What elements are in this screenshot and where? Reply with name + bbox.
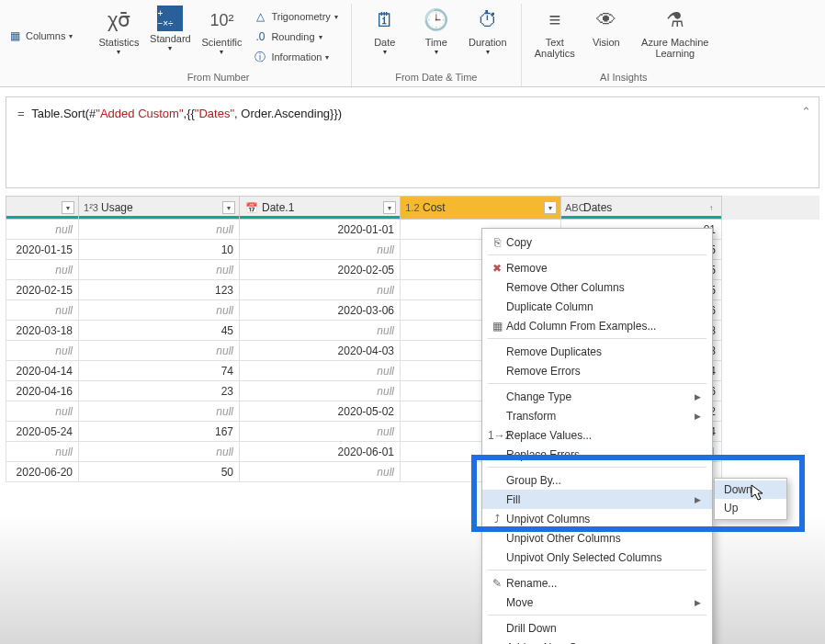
- ctx-unpivot-selected-columns[interactable]: Unpivot Only Selected Columns: [482, 548, 712, 567]
- column-header-date1[interactable]: 📅 Date.1 ▾: [240, 196, 401, 220]
- standard-button[interactable]: +−×÷ Standard ▾: [146, 4, 194, 68]
- table-cell[interactable]: 2020-03-06: [240, 300, 401, 321]
- chevron-right-icon: ▶: [695, 598, 701, 607]
- table-cell[interactable]: 2020-06-20: [6, 462, 79, 482]
- ctx-drill-down[interactable]: Drill Down: [482, 618, 712, 638]
- table-cell[interactable]: null: [240, 381, 401, 401]
- filter-icon[interactable]: ▾: [222, 201, 235, 214]
- table-cell[interactable]: null: [79, 401, 240, 422]
- chevron-right-icon: ▶: [695, 495, 701, 504]
- table-cell[interactable]: 2020-04-03: [240, 341, 401, 361]
- rename-icon: ✎: [488, 577, 506, 590]
- table-cell[interactable]: 2020-02-05: [240, 260, 401, 280]
- table-cell[interactable]: 2020-03-18: [6, 321, 79, 341]
- vision-button[interactable]: 👁Vision: [582, 4, 630, 68]
- ctx-replace-errors[interactable]: Replace Errors...: [482, 445, 712, 464]
- table-cell[interactable]: 2020-04-14: [6, 361, 79, 381]
- fill-down[interactable]: Down: [715, 480, 786, 499]
- table-cell[interactable]: null: [79, 260, 240, 280]
- table-cell[interactable]: null: [240, 240, 401, 260]
- table-cell[interactable]: null: [6, 341, 79, 361]
- time-button[interactable]: 🕒Time▾: [412, 4, 460, 68]
- table-cell[interactable]: null: [240, 422, 401, 442]
- ctx-copy[interactable]: ⎘Copy: [482, 232, 712, 252]
- sort-asc-icon[interactable]: ↑: [705, 201, 718, 214]
- table-cell[interactable]: 2020-04-16: [6, 381, 79, 401]
- date-button[interactable]: 🗓Date▾: [361, 4, 409, 68]
- formula-bar[interactable]: = Table.Sort(#"Added Custom",{{"Dates", …: [6, 96, 819, 188]
- ctx-duplicate-column[interactable]: Duplicate Column: [482, 297, 712, 316]
- fill-up[interactable]: Up: [715, 499, 786, 517]
- column-header-dates[interactable]: ABC Dates ↑: [561, 196, 722, 220]
- chevron-right-icon: ▶: [695, 412, 701, 421]
- decimal-type-icon: 1.2: [404, 202, 421, 213]
- table-cell[interactable]: 2020-06-01: [240, 442, 401, 462]
- scientific-button[interactable]: 10² Scientific ▾: [198, 4, 245, 68]
- column-header-usage[interactable]: 1²3 Usage ▾: [79, 196, 240, 220]
- ctx-change-type[interactable]: Change Type▶: [482, 387, 712, 406]
- collapse-formula-icon[interactable]: ⌃: [801, 105, 811, 119]
- table-cell[interactable]: 2020-01-01: [240, 220, 401, 240]
- table-cell[interactable]: 2020-05-24: [6, 422, 79, 442]
- table-cell[interactable]: 2020-02-15: [6, 280, 79, 300]
- text-analytics-button[interactable]: ≡Text Analytics: [531, 4, 579, 68]
- table-cell[interactable]: 2020-01-15: [6, 240, 79, 260]
- table-cell[interactable]: 23: [79, 381, 240, 401]
- table-cell[interactable]: null: [240, 280, 401, 300]
- filter-icon[interactable]: ▾: [383, 201, 396, 214]
- filter-icon[interactable]: ▾: [544, 201, 557, 214]
- ctx-replace-values[interactable]: 1→2Replace Values...: [482, 425, 712, 445]
- ctx-remove-other-columns[interactable]: Remove Other Columns: [482, 277, 712, 297]
- azure-ml-button[interactable]: ⚗Azure Machine Learning: [634, 4, 717, 68]
- text-type-icon: ABC: [565, 202, 582, 213]
- table-cell[interactable]: 45: [79, 321, 240, 341]
- table-cell[interactable]: null: [79, 220, 240, 240]
- table-cell[interactable]: null: [240, 361, 401, 381]
- table-cell[interactable]: null: [240, 462, 401, 482]
- rounding-button[interactable]: .0Rounding▾: [249, 28, 341, 46]
- columns-button[interactable]: ▦ Columns ▾: [4, 27, 76, 45]
- ctx-remove[interactable]: ✖Remove: [482, 258, 712, 277]
- table-cell[interactable]: null: [79, 341, 240, 361]
- filter-icon[interactable]: ▾: [62, 201, 74, 214]
- ctx-unpivot-columns[interactable]: ⤴Unpivot Columns: [482, 509, 712, 528]
- scientific-icon: 10²: [207, 6, 236, 35]
- group-label-from-datetime: From Date & Time: [395, 72, 477, 85]
- table-cell[interactable]: null: [240, 321, 401, 341]
- duration-icon: ⏱: [473, 6, 503, 35]
- column-header-cost[interactable]: 1.2 Cost ▾: [401, 196, 561, 220]
- ctx-add-as-new-query[interactable]: Add as New Query: [482, 638, 712, 644]
- table-cell[interactable]: null: [79, 300, 240, 321]
- ctx-fill[interactable]: Fill▶: [482, 490, 712, 509]
- table-cell[interactable]: 74: [79, 361, 240, 381]
- ctx-remove-errors[interactable]: Remove Errors: [482, 361, 712, 380]
- unpivot-icon: ⤴: [488, 513, 506, 525]
- information-button[interactable]: ⓘInformation▾: [249, 48, 341, 66]
- ctx-transform[interactable]: Transform▶: [482, 406, 712, 425]
- duration-button[interactable]: ⏱Duration▾: [464, 4, 512, 68]
- chevron-down-icon: ▾: [168, 44, 172, 52]
- ctx-move[interactable]: Move▶: [482, 593, 712, 612]
- ctx-rename[interactable]: ✎Rename...: [482, 573, 712, 593]
- table-cell[interactable]: 10: [79, 240, 240, 260]
- table-cell[interactable]: null: [6, 220, 79, 240]
- table-cell[interactable]: null: [6, 442, 79, 462]
- table-cell[interactable]: 2020-05-02: [240, 401, 401, 422]
- ctx-add-column-from-examples[interactable]: ▦Add Column From Examples...: [482, 316, 712, 335]
- table-cell[interactable]: 50: [79, 462, 240, 482]
- table-cell[interactable]: null: [6, 401, 79, 422]
- table-cell[interactable]: null: [6, 300, 79, 321]
- column-header-blank[interactable]: ▾: [6, 196, 79, 220]
- ctx-remove-duplicates[interactable]: Remove Duplicates: [482, 342, 712, 361]
- ribbon-group-ai-insights: ≡Text Analytics 👁Vision ⚗Azure Machine L…: [522, 4, 726, 86]
- table-cell[interactable]: null: [79, 442, 240, 462]
- trigonometry-button[interactable]: △Trigonometry▾: [249, 7, 341, 26]
- statistics-button[interactable]: χσ̄ Statistics ▾: [95, 4, 142, 68]
- table-cell[interactable]: 167: [79, 422, 240, 442]
- date-type-icon: 📅: [243, 202, 260, 214]
- ctx-group-by[interactable]: Group By...: [482, 470, 712, 490]
- table-cell[interactable]: 123: [79, 280, 240, 300]
- eye-icon: 👁: [592, 6, 621, 35]
- ctx-unpivot-other-columns[interactable]: Unpivot Other Columns: [482, 528, 712, 548]
- table-cell[interactable]: null: [6, 260, 79, 280]
